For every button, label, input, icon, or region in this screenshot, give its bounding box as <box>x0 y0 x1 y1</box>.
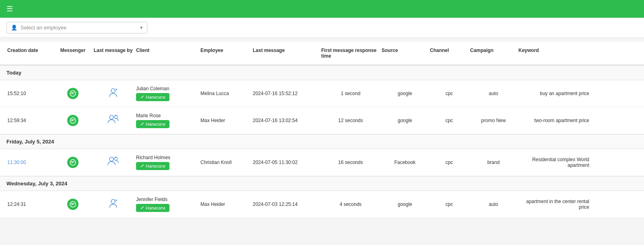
last-message-cell: 2024-07-03 12:25:14 <box>252 201 320 208</box>
campaign-cell: auto <box>469 201 518 208</box>
time-cell: 12:59:34 <box>6 117 55 124</box>
employee-cell: Max Heider <box>200 117 252 124</box>
table-row: 11:30:00 Richard Holmes Написати Christi… <box>0 149 644 176</box>
col-creation-date: Creation date <box>6 46 55 60</box>
table-row: 12:24:31 Jennifer Fields Написати Max He… <box>0 191 644 218</box>
table-body: Today15:52:10 Julian Coleman Написати Me… <box>0 65 644 218</box>
employee-placeholder: Select an employee <box>21 25 66 31</box>
group-client-icon <box>107 114 119 125</box>
time-cell: 15:52:10 <box>6 90 55 97</box>
messenger-cell <box>55 198 91 211</box>
single-client-icon <box>108 87 118 98</box>
messenger-cell <box>55 114 91 127</box>
write-button[interactable]: Написати <box>136 120 169 128</box>
client-name: Richard Holmes <box>136 155 170 160</box>
messenger-icon <box>67 199 78 210</box>
svg-point-5 <box>109 115 114 119</box>
keyword-cell: Residential complex World apartment <box>518 156 590 169</box>
messenger-cell <box>55 156 91 169</box>
col-keyword: Keyword <box>518 46 590 60</box>
menu-icon[interactable]: ☰ <box>6 4 13 13</box>
channel-cell: cpc <box>429 201 469 208</box>
time-cell: 12:24:31 <box>6 201 55 208</box>
channel-cell: cpc <box>429 117 469 124</box>
client-cell: Julian Coleman Написати <box>135 85 200 102</box>
keyword-cell: apartment in the center rental price <box>518 198 590 211</box>
last-message-cell: 2024-07-16 13:02:54 <box>252 117 320 124</box>
client-name: Marie Rose <box>136 113 161 118</box>
last-message-cell: 2024-07-05 11:30:02 <box>252 159 320 166</box>
col-source: Source <box>381 46 429 60</box>
source-cell: google <box>381 201 429 208</box>
last-message-by-cell <box>91 197 135 212</box>
table-container: Creation date Messenger Last message by … <box>0 42 644 218</box>
svg-point-1 <box>111 89 115 93</box>
col-employee: Employee <box>200 46 252 60</box>
table-header: Creation date Messenger Last message by … <box>0 42 644 65</box>
employee-icon: 👤 <box>11 25 17 31</box>
client-cell: Richard Holmes Написати <box>135 154 200 171</box>
write-button[interactable]: Написати <box>136 162 169 170</box>
employee-select[interactable]: 👤 Select an employee ▾ <box>6 22 147 33</box>
table-row: 12:59:34 Marie Rose Написати Max Heider2… <box>0 107 644 134</box>
channel-cell: cpc <box>429 90 469 97</box>
campaign-cell: brand <box>469 159 518 166</box>
group-label: Wednesday, July 3, 2024 <box>0 176 644 191</box>
col-campaign: Campaign <box>469 46 518 60</box>
filter-bar: 👤 Select an employee ▾ <box>0 18 644 38</box>
svg-point-15 <box>111 199 115 203</box>
col-response-time: First message response time <box>320 46 381 60</box>
write-button[interactable]: Написати <box>136 93 169 101</box>
client-name: Jennifer Fields <box>136 197 167 202</box>
source-cell: google <box>381 117 429 124</box>
source-cell: Facebook <box>381 159 429 166</box>
messenger-icon <box>67 115 78 126</box>
svg-point-10 <box>109 157 114 161</box>
last-message-by-cell <box>91 86 135 101</box>
employee-cell: Christian Knoll <box>200 159 252 166</box>
col-client: Client <box>135 46 200 60</box>
client-cell: Marie Rose Написати <box>135 112 200 129</box>
client-cell: Jennifer Fields Написати <box>135 196 200 213</box>
campaign-cell: auto <box>469 90 518 97</box>
source-cell: google <box>381 90 429 97</box>
table-row: 15:52:10 Julian Coleman Написати Melina … <box>0 80 644 107</box>
last-message-by-cell <box>91 113 135 128</box>
messenger-icon <box>67 157 78 168</box>
keyword-cell: buy an apartment price <box>518 90 590 97</box>
last-message-cell: 2024-07-16 15:52:12 <box>252 90 320 97</box>
response-time-cell: 12 seconds <box>320 117 381 124</box>
time-cell: 11:30:00 <box>6 159 55 166</box>
dropdown-icon: ▾ <box>140 25 143 31</box>
col-channel: Channel <box>429 46 469 60</box>
single-client-icon <box>108 198 118 208</box>
keyword-cell: two-room apartment price <box>518 117 590 124</box>
group-client-icon <box>107 156 119 166</box>
client-name: Julian Coleman <box>136 86 169 91</box>
col-messenger: Messenger <box>55 46 91 60</box>
group-label: Today <box>0 65 644 80</box>
top-bar: ☰ <box>0 0 644 18</box>
response-time-cell: 16 seconds <box>320 159 381 166</box>
col-last-message-by: Last message by <box>91 46 135 60</box>
last-message-by-cell <box>91 155 135 170</box>
employee-cell: Max Heider <box>200 201 252 208</box>
messenger-icon <box>67 88 78 99</box>
employee-cell: Melina Lucca <box>200 90 252 97</box>
messenger-cell <box>55 87 91 100</box>
campaign-cell: promo New <box>469 117 518 124</box>
col-last-message: Last message <box>252 46 320 60</box>
response-time-cell: 1 second <box>320 90 381 97</box>
write-button[interactable]: Написати <box>136 204 169 212</box>
group-label: Friday, July 5, 2024 <box>0 134 644 149</box>
channel-cell: cpc <box>429 159 469 166</box>
response-time-cell: 4 seconds <box>320 201 381 208</box>
